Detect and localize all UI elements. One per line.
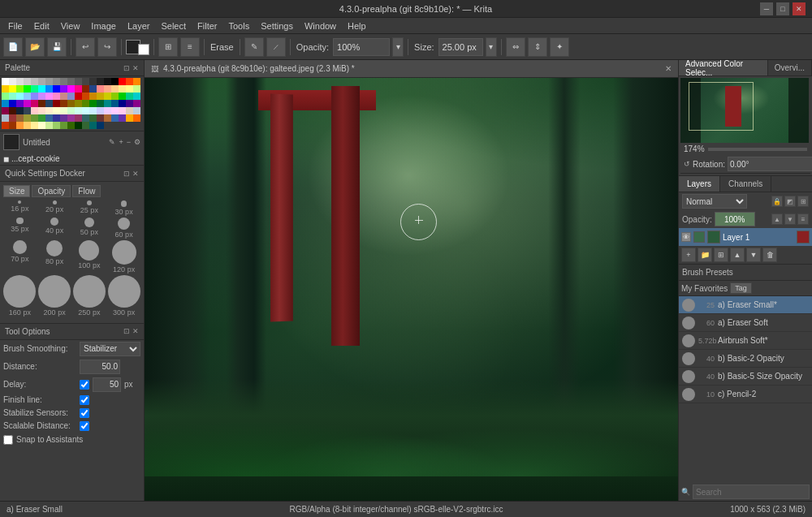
palette-color-cell[interactable] bbox=[45, 114, 53, 122]
folder-btn[interactable]: 📁 bbox=[698, 248, 712, 262]
foreground-swatch[interactable] bbox=[3, 134, 19, 150]
palette-color-cell[interactable] bbox=[53, 122, 60, 129]
maximize-button[interactable]: □ bbox=[776, 2, 789, 15]
palette-color-cell[interactable] bbox=[75, 93, 82, 100]
brush-size-cell[interactable]: 200 px bbox=[38, 275, 71, 317]
rotation-input[interactable] bbox=[728, 157, 812, 171]
palette-color-cell[interactable] bbox=[24, 107, 31, 114]
distance-input[interactable] bbox=[80, 360, 120, 374]
brush-size-cell[interactable]: 60 px bbox=[107, 218, 140, 239]
palette-color-cell[interactable] bbox=[16, 78, 24, 85]
palette-color-cell[interactable] bbox=[111, 100, 119, 107]
palette-color-cell[interactable] bbox=[104, 114, 111, 122]
palette-color-cell[interactable] bbox=[60, 78, 67, 85]
brush-size-cell[interactable]: 300 px bbox=[107, 275, 140, 317]
palette-color-cell[interactable] bbox=[104, 85, 111, 93]
blend-mode-select[interactable]: Normal bbox=[682, 194, 747, 209]
palette-color-cell[interactable] bbox=[67, 85, 75, 93]
palette-color-cell[interactable] bbox=[104, 93, 111, 100]
swatch-edit-button[interactable]: ✎ bbox=[109, 138, 115, 146]
to-icon-1[interactable]: ⊡ bbox=[123, 327, 130, 335]
palette-color-cell[interactable] bbox=[82, 122, 89, 129]
qs-icon-1[interactable]: ⊡ bbox=[123, 170, 130, 178]
canvas-container[interactable] bbox=[145, 78, 678, 501]
palette-color-cell[interactable] bbox=[97, 100, 104, 107]
canvas-tab-close[interactable]: ✕ bbox=[665, 64, 672, 73]
palette-color-cell[interactable] bbox=[97, 93, 104, 100]
add-layer-btn[interactable]: + bbox=[681, 248, 696, 262]
palette-color-cell[interactable] bbox=[104, 78, 111, 85]
palette-color-cell[interactable] bbox=[133, 107, 140, 114]
palette-color-cell[interactable] bbox=[75, 78, 82, 85]
palette-color-cell[interactable] bbox=[111, 78, 119, 85]
palette-color-cell[interactable] bbox=[126, 85, 133, 93]
menu-item-settings[interactable]: Settings bbox=[256, 19, 298, 32]
palette-color-cell[interactable] bbox=[38, 93, 45, 100]
palette-color-cell[interactable] bbox=[60, 122, 67, 129]
opacity-input[interactable] bbox=[333, 38, 390, 56]
up-arrow-icon[interactable]: ▲ bbox=[771, 213, 783, 225]
palette-color-cell[interactable] bbox=[38, 107, 45, 114]
palette-color-cell[interactable] bbox=[53, 107, 60, 114]
new-button[interactable]: 📄 bbox=[3, 37, 23, 57]
palette-color-cell[interactable] bbox=[24, 85, 31, 93]
palette-color-cell[interactable] bbox=[133, 100, 140, 107]
palette-color-cell[interactable] bbox=[111, 107, 119, 114]
brush-size-cell[interactable]: 250 px bbox=[73, 275, 106, 317]
palette-color-cell[interactable] bbox=[45, 107, 53, 114]
brush-list-item[interactable]: 5.72bAirbrush Soft* bbox=[679, 332, 812, 350]
palette-color-cell[interactable] bbox=[9, 107, 16, 114]
menu-item-file[interactable]: File bbox=[3, 19, 28, 32]
menu-item-select[interactable]: Select bbox=[156, 19, 191, 32]
palette-color-cell[interactable] bbox=[75, 114, 82, 122]
palette-color-cell[interactable] bbox=[60, 100, 67, 107]
brush-size-cell[interactable]: 20 px bbox=[38, 200, 71, 216]
palette-color-cell[interactable] bbox=[82, 85, 89, 93]
palette-color-cell[interactable] bbox=[9, 85, 16, 93]
open-button[interactable]: 📂 bbox=[25, 37, 45, 57]
palette-color-cell[interactable] bbox=[9, 114, 16, 122]
swatch-settings-icon[interactable]: ⚙ bbox=[134, 138, 140, 146]
palette-color-cell[interactable] bbox=[119, 100, 126, 107]
scalable-distance-checkbox[interactable] bbox=[80, 421, 89, 431]
layer-row[interactable]: 👁 Layer 1 bbox=[679, 228, 812, 246]
palette-color-cell[interactable] bbox=[67, 114, 75, 122]
palette-color-cell[interactable] bbox=[53, 93, 60, 100]
brush-search-input[interactable] bbox=[693, 485, 810, 499]
palette-color-cell[interactable] bbox=[82, 93, 89, 100]
palette-color-cell[interactable] bbox=[126, 114, 133, 122]
assist-btn[interactable]: ✦ bbox=[550, 37, 569, 57]
brush-size-cell[interactable]: 160 px bbox=[3, 275, 37, 317]
palette-color-cell[interactable] bbox=[53, 85, 60, 93]
palette-color-cell[interactable] bbox=[97, 78, 104, 85]
size-dropdown[interactable]: ▾ bbox=[486, 37, 497, 57]
redo-button[interactable]: ↪ bbox=[97, 37, 117, 57]
palette-color-cell[interactable] bbox=[67, 100, 75, 107]
opacity-dropdown[interactable]: ▾ bbox=[392, 37, 404, 57]
palette-color-cell[interactable] bbox=[97, 114, 104, 122]
flow-tab[interactable]: Flow bbox=[72, 185, 101, 197]
brush-list-item[interactable]: 25a) Eraser Small* bbox=[679, 296, 812, 314]
palette-color-cell[interactable] bbox=[126, 107, 133, 114]
menu-item-view[interactable]: View bbox=[56, 19, 85, 32]
palette-color-cell[interactable] bbox=[75, 100, 82, 107]
palette-color-cell[interactable] bbox=[82, 107, 89, 114]
palette-color-cell[interactable] bbox=[31, 107, 38, 114]
brush-size-cell[interactable]: 100 px bbox=[73, 240, 106, 274]
palette-color-cell[interactable] bbox=[67, 78, 75, 85]
palette-color-cell[interactable] bbox=[89, 122, 97, 129]
delay-checkbox[interactable] bbox=[80, 380, 89, 390]
palette-color-cell[interactable] bbox=[16, 107, 24, 114]
stabilize-sensors-checkbox[interactable] bbox=[80, 408, 89, 418]
tag-button[interactable]: Tag bbox=[730, 282, 752, 294]
brush-list-item[interactable]: 40b) Basic-2 Opacity bbox=[679, 350, 812, 368]
palette-color-cell[interactable] bbox=[89, 78, 97, 85]
palette-color-cell[interactable] bbox=[60, 107, 67, 114]
more-icon[interactable]: ≡ bbox=[797, 213, 809, 225]
brush-list-item[interactable]: 40b) Basic-5 Size Opacity bbox=[679, 368, 812, 386]
palette-color-cell[interactable] bbox=[111, 85, 119, 93]
palette-color-cell[interactable] bbox=[2, 122, 9, 129]
brush-size-cell[interactable]: 70 px bbox=[3, 240, 37, 274]
mirror-v-btn[interactable]: ⇕ bbox=[528, 37, 547, 57]
size-input[interactable] bbox=[438, 38, 483, 56]
